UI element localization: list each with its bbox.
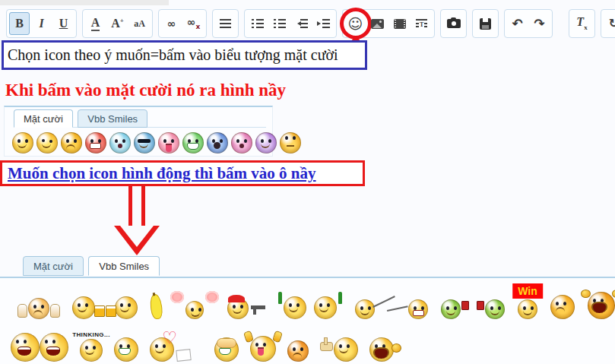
screenshot-button[interactable] — [443, 12, 464, 35]
text-color-button[interactable]: A — [85, 12, 106, 35]
insert-quote-button[interactable] — [411, 12, 432, 35]
smiley-face — [369, 337, 394, 362]
smiley-smug[interactable] — [255, 132, 277, 154]
toolbar-group: ☺ — [342, 9, 435, 38]
vbb-tabstrip: Mặt cười Vbb Smiles — [23, 256, 161, 274]
emoticon-silly-face[interactable] — [250, 336, 276, 362]
toolbar-group — [244, 9, 337, 38]
gun-accessory — [251, 305, 265, 309]
emoticon-screaming-rage[interactable] — [588, 292, 615, 319]
source-refresh-icon: ↻ — [609, 17, 615, 30]
toolbar-group: BIU — [6, 9, 77, 38]
red-heading-text: Khi bấm vào mặt cười nó ra hình nầy — [5, 81, 286, 100]
text-case-button[interactable]: aA — [129, 12, 150, 35]
emoticon-shooting-gun[interactable] — [227, 298, 265, 319]
numbered-list-button[interactable] — [269, 12, 290, 35]
emoticon-drinking-buddies[interactable] — [278, 296, 342, 319]
emoticon-grumpy-crossed-arms[interactable] — [287, 340, 309, 362]
emoticon-evil-grin[interactable] — [114, 337, 138, 362]
emoticon-fencing[interactable] — [355, 299, 428, 319]
insert-image-button[interactable] — [367, 12, 388, 35]
insert-video-button[interactable] — [389, 12, 410, 35]
arrow-head-inner — [120, 226, 154, 247]
smiley-worried[interactable] — [61, 132, 82, 154]
toolbar-group: ∞∞ — [158, 9, 207, 38]
red-annotation-box: Muốn chọn icon hình động thì bấm vào ô n… — [0, 160, 365, 186]
win-badge: Win — [512, 283, 543, 299]
toolbar-group: ↻ — [601, 9, 615, 38]
indent-button[interactable] — [313, 12, 334, 35]
smiley-tongue[interactable] — [158, 132, 179, 154]
emoticon-thinking[interactable]: THINKING... — [80, 339, 103, 362]
emoticon-furious[interactable] — [550, 295, 575, 319]
smiley-smile[interactable] — [12, 132, 33, 154]
smiley-big-grin[interactable] — [182, 132, 204, 154]
smiley-mad[interactable] — [85, 132, 106, 154]
paper-accessory — [176, 349, 191, 362]
toolbar: BIUAAaA∞∞☺↶↷T↻ — [0, 6, 615, 41]
smiley-face — [355, 299, 375, 319]
smiley-face — [314, 296, 337, 319]
smiley-face — [441, 299, 461, 319]
emoticon-worship[interactable] — [18, 298, 59, 319]
red-down-arrow-annotation — [114, 186, 160, 255]
font-size-button[interactable]: A — [107, 12, 128, 35]
smiley-wink[interactable] — [36, 132, 58, 154]
banana-accessory — [149, 293, 163, 320]
toolbar-group — [440, 9, 467, 38]
smiley-button[interactable]: ☺ — [345, 12, 366, 35]
underline-button[interactable]: U — [53, 12, 74, 35]
tab-vbb-smiles-2[interactable]: Vbb Smiles — [88, 256, 160, 276]
tab-vbb-smiles[interactable]: Vbb Smiles — [78, 109, 147, 128]
ul-icon — [252, 19, 264, 28]
save-icon — [480, 18, 491, 30]
smiley-face — [334, 337, 358, 362]
smiley-face — [485, 299, 505, 319]
smiley-shocked[interactable] — [207, 132, 228, 154]
bullet-list-button[interactable] — [247, 12, 268, 35]
ol-icon — [274, 19, 286, 28]
emoticon-love-letter[interactable] — [150, 337, 203, 362]
smiley-icon: ☺ — [348, 17, 363, 31]
bold-button[interactable]: B — [9, 12, 30, 35]
save-button[interactable] — [475, 12, 496, 35]
italic-button[interactable]: I — [31, 12, 52, 35]
smiley-face — [80, 339, 103, 362]
outdent-icon — [295, 19, 308, 28]
emoticon-cheers-beer[interactable] — [72, 296, 138, 319]
emoticon-screaming-yawn[interactable] — [369, 337, 394, 362]
source-refresh-button[interactable]: ↻ — [604, 12, 615, 35]
insert-link-button[interactable]: ∞ — [161, 12, 182, 35]
smiley-face — [214, 337, 239, 362]
remove-link-icon: ∞ — [187, 17, 200, 30]
emoticon-win-sign[interactable]: Win — [518, 299, 537, 319]
smiley-cool[interactable] — [134, 132, 155, 154]
outdent-button[interactable] — [291, 12, 312, 35]
emoticon-laughing-pointing[interactable] — [11, 333, 68, 362]
remove-link-button[interactable]: ∞ — [183, 12, 204, 35]
smiley-face — [550, 295, 575, 319]
indent-icon — [317, 19, 330, 28]
blue-annotation-box: Chọn icon theo ý muốn=bấm vào biểu tượng… — [2, 40, 367, 70]
vbb-row-2: THINKING... — [11, 322, 394, 362]
toolbar-group — [472, 9, 499, 38]
remove-format-button[interactable]: T — [572, 12, 592, 35]
emoticon-walkie-talkie[interactable] — [441, 299, 505, 319]
emoticon-facepalm-laugh[interactable] — [214, 337, 239, 362]
tab-mat-cuoi[interactable]: Mặt cười — [14, 109, 73, 128]
smiley-face — [28, 298, 49, 319]
redo-button[interactable]: ↷ — [529, 12, 550, 35]
emoticon-finger-gun-smiley[interactable] — [320, 337, 358, 362]
smiley-whistling[interactable] — [109, 132, 131, 154]
think-badge: THINKING... — [72, 331, 110, 338]
smiley-blushing[interactable] — [231, 132, 252, 154]
arrow-head — [114, 226, 160, 255]
text-case-icon: aA — [134, 19, 145, 28]
align-button[interactable] — [215, 12, 236, 35]
undo-button[interactable]: ↶ — [507, 12, 528, 35]
emoticon-cheerleader[interactable] — [175, 301, 214, 319]
emoticon-dancing-banana[interactable] — [151, 294, 162, 319]
underline-icon: U — [59, 17, 68, 30]
smiley-rolleyes[interactable] — [280, 132, 301, 154]
tab-mat-cuoi-2[interactable]: Mặt cười — [23, 256, 84, 276]
